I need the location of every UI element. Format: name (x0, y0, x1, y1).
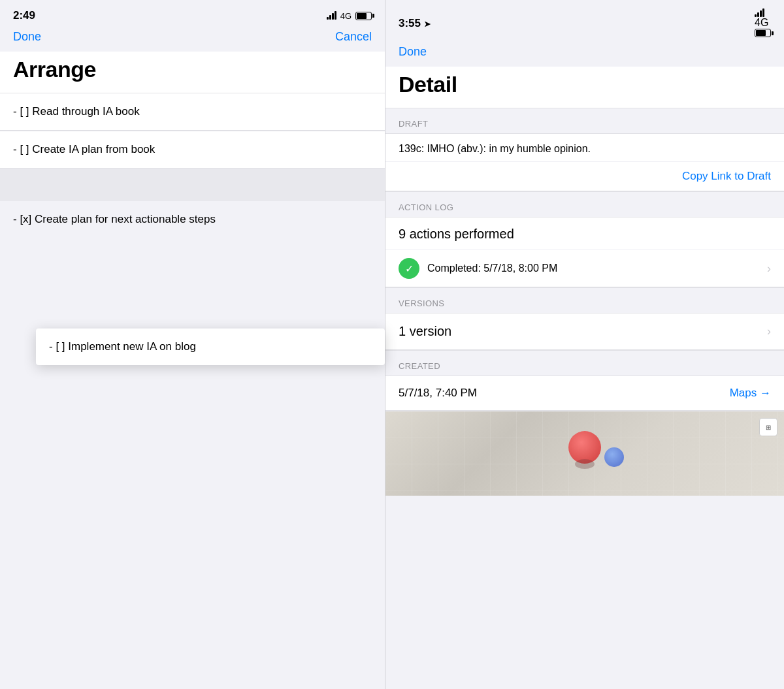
action-log-body: 9 actions performed ✓ Completed: 5/7/18,… (385, 217, 784, 287)
drag-placeholder (0, 168, 385, 201)
draft-section-header: DRAFT (385, 108, 784, 133)
version-text: 1 version (399, 324, 451, 339)
list-item-text: - [ ] Read through IA book (13, 105, 140, 118)
drag-item-text: - [ ] Implement new IA on blog (49, 340, 196, 353)
version-row[interactable]: 1 version › (385, 313, 784, 349)
right-nav-bar: Done (385, 42, 784, 67)
battery-icon (355, 12, 372, 20)
detail-done-button[interactable]: Done (399, 45, 427, 59)
left-status-bar: 2:49 4G (0, 0, 385, 27)
copy-link-button[interactable]: Copy Link to Draft (682, 170, 771, 183)
right-status-bar: 3:55 ➤ 4G (385, 0, 784, 42)
left-time: 2:49 (13, 9, 35, 22)
map-pin-shadow (575, 459, 595, 469)
versions-body: 1 version › (385, 313, 784, 350)
list-item[interactable]: - [ ] Read through IA book (0, 93, 385, 131)
maps-link[interactable]: Maps → (730, 387, 771, 400)
action-completed-text: Completed: 5/7/18, 8:00 PM (427, 263, 759, 274)
list-item[interactable]: - [x] Create plan for next actionable st… (0, 201, 385, 238)
map-pin-blue-circle (604, 447, 624, 467)
right-status-icons: 4G (755, 9, 771, 37)
created-header-label: CREATED (399, 361, 440, 371)
list-item[interactable]: - [ ] Create IA plan from book (0, 131, 385, 168)
signal-bars-icon (327, 12, 336, 20)
battery-fill (756, 30, 766, 36)
draft-content: 139c: IMHO (abv.): in my humble opinion. (385, 134, 784, 162)
cancel-button[interactable]: Cancel (335, 30, 372, 44)
map-pin-blue (604, 447, 624, 467)
created-section-header: CREATED (385, 350, 784, 376)
action-row[interactable]: ✓ Completed: 5/7/18, 8:00 PM › (385, 250, 784, 287)
copy-link-row: Copy Link to Draft (385, 162, 784, 191)
left-status-icons: 4G (327, 11, 372, 21)
draft-header-label: DRAFT (399, 119, 428, 129)
versions-header-label: VERSIONS (399, 298, 444, 308)
left-panel: 2:49 4G Done Cancel Arrange - [ ] Read t… (0, 0, 385, 689)
right-page-title-section: Detail (385, 67, 784, 108)
action-log-header-label: ACTION LOG (399, 202, 453, 212)
draft-section-body: 139c: IMHO (abv.): in my humble opinion.… (385, 133, 784, 191)
left-page-title: Arrange (13, 57, 372, 82)
list-item-text: - [ ] Create IA plan from book (13, 143, 155, 155)
right-time: 3:55 ➤ (399, 17, 431, 30)
list-item-text: - [x] Create plan for next actionable st… (13, 213, 216, 225)
created-body: 5/7/18, 7:40 PM Maps → (385, 376, 784, 411)
location-icon: ➤ (424, 20, 431, 29)
map-satellite-button[interactable]: ⊞ (759, 418, 777, 436)
chevron-right-icon: › (767, 325, 771, 338)
completed-icon: ✓ (399, 258, 419, 279)
drag-item[interactable]: - [ ] Implement new IA on blog (36, 328, 385, 365)
detail-content: DRAFT 139c: IMHO (abv.): in my humble op… (385, 108, 784, 689)
created-date-text: 5/7/18, 7:40 PM (399, 387, 477, 400)
action-log-section-header: ACTION LOG (385, 191, 784, 217)
network-type: 4G (340, 11, 351, 21)
created-row: 5/7/18, 7:40 PM Maps → (385, 376, 784, 410)
right-panel: 3:55 ➤ 4G Done Detail DRAFT (385, 0, 784, 689)
versions-section-header: VERSIONS (385, 287, 784, 313)
battery-icon (755, 29, 771, 37)
map-pin-red (568, 431, 601, 464)
right-page-title: Detail (399, 72, 771, 97)
arrange-list-area: - [ ] Read through IA book - [ ] Create … (0, 93, 385, 689)
map-preview[interactable]: ⊞ (385, 411, 784, 496)
signal-bars-icon (755, 9, 771, 17)
network-type: 4G (755, 17, 768, 28)
done-button[interactable]: Done (13, 30, 41, 44)
battery-fill (357, 13, 367, 19)
left-nav-bar: Done Cancel (0, 27, 385, 52)
chevron-right-icon: › (767, 262, 771, 276)
actions-performed-text: 9 actions performed (385, 217, 784, 250)
left-page-title-section: Arrange (0, 52, 385, 93)
